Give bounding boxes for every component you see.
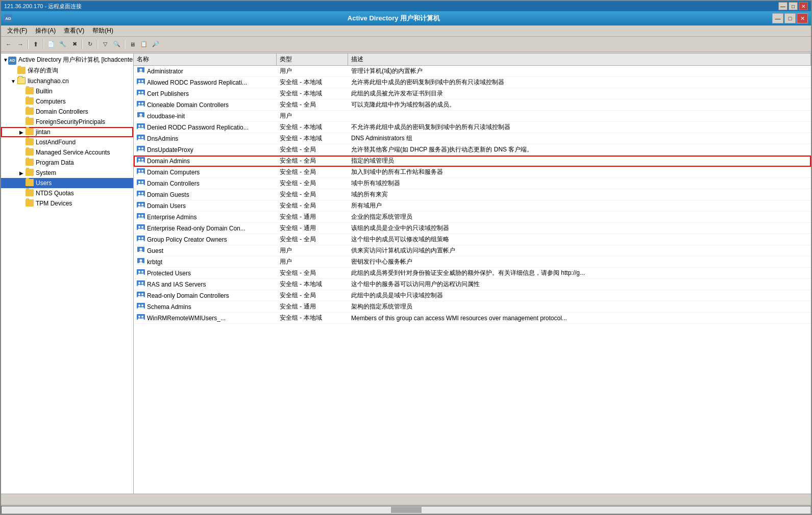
svg-point-48 [141,181,143,183]
rdp-close[interactable]: ✕ [799,2,808,10]
list-row-21[interactable]: Schema Admins安全组 - 通用架构的指定系统管理员 [134,301,811,313]
tb-new[interactable]: 📄 [45,39,57,50]
name-text-2: Cert Publishers [147,90,189,97]
tree-item-builtin[interactable]: Builtin [1,86,133,96]
tb-move[interactable]: 📋 [138,39,150,50]
list-row-8[interactable]: Domain Admins安全组 - 全局指定的域管理员 [134,156,811,167]
tb-back[interactable]: ← [3,39,14,50]
list-row-1[interactable]: Allowed RODC Password Replicati...安全组 - … [134,77,811,88]
list-row-6[interactable]: DnsAdmins安全组 - 本地域DNS Administrators 组 [134,133,811,144]
svg-point-28 [141,136,143,138]
svg-point-38 [141,159,143,161]
tb-connect[interactable]: 🖥 [127,39,138,50]
folder-icon-liuchanghao [17,77,26,84]
name-text-16: Guest [147,247,163,254]
svg-point-73 [141,237,143,239]
list-cell-type-1: 安全组 - 本地域 [277,77,348,88]
list-row-17[interactable]: krbtgt用户密钥发行中心服务帐户 [134,256,811,268]
expand-jintan[interactable]: ▶ [17,130,26,135]
list-row-18[interactable]: Protected Users安全组 - 全局此组的成员将受到针对身份验证安全威… [134,268,811,279]
list-row-0[interactable]: Administrator用户管理计算机(域)的内置帐户 [134,66,811,77]
name-text-18: Protected Users [147,270,191,277]
list-row-12[interactable]: Domain Users安全组 - 全局所有域用户 [134,200,811,212]
list-row-11[interactable]: Domain Guests安全组 - 全局域的所有来宾 [134,189,811,200]
close-btn[interactable]: ✕ [797,13,808,23]
col-header-desc[interactable]: 描述 [348,54,811,65]
list-cell-desc-12: 所有域用户 [348,200,811,211]
svg-point-9 [138,91,140,93]
col-header-type[interactable]: 类型 [277,54,348,65]
list-row-19[interactable]: RAS and IAS Servers安全组 - 本地域这个组中的服务器可以访问… [134,279,811,290]
name-text-17: krbtgt [147,259,162,266]
tree-item-domain-controllers[interactable]: Domain Controllers [1,107,133,117]
list-row-14[interactable]: Enterprise Read-only Domain Con...安全组 - … [134,223,811,234]
list-row-16[interactable]: Guest用户供来宾访问计算机或访问域的内置帐户 [134,245,811,256]
tb-filter[interactable]: ▽ [100,39,111,50]
list-cell-name-2: Cert Publishers [134,89,277,99]
tree-item-computers[interactable]: Computers [1,96,133,107]
tree-item-ntds-quotas[interactable]: NTDS Quotas [1,188,133,198]
tree-item-foreign-security[interactable]: ForeignSecurityPrincipals [1,117,133,127]
minimize-btn[interactable]: — [772,13,783,23]
list-row-2[interactable]: Cert Publishers安全组 - 本地域此组的成员被允许发布证书到目录 [134,88,811,99]
tree-item-managed-service[interactable]: Managed Service Accounts [1,147,133,158]
list-row-9[interactable]: Domain Computers安全组 - 全局加入到域中的所有工作站和服务器 [134,167,811,178]
name-text-3: Cloneable Domain Controllers [147,101,229,109]
list-row-15[interactable]: Group Policy Creator Owners安全组 - 全局这个组中的… [134,234,811,245]
tree-item-users[interactable]: Users [1,178,133,188]
list-cell-desc-15: 这个组中的成员可以修改域的组策略 [348,234,811,245]
svg-point-7 [141,83,144,85]
tree-item-liuchanghao[interactable]: ▼liuchanghao.cn [1,76,133,86]
tree-item-saved-queries[interactable]: 保存的查询 [1,65,133,76]
list-row-10[interactable]: Domain Controllers安全组 - 全局域中所有域控制器 [134,178,811,189]
horizontal-scrollbar[interactable] [1,506,811,514]
list-row-3[interactable]: Cloneable Domain Controllers安全组 - 全局可以克隆… [134,99,811,111]
svg-point-63 [141,215,143,217]
list-cell-type-10: 安全组 - 全局 [277,178,348,189]
col-header-name[interactable]: 名称 [134,54,277,65]
svg-point-27 [138,136,140,138]
list-cell-type-3: 安全组 - 全局 [277,99,348,110]
svg-point-78 [139,251,143,253]
tb-refresh[interactable]: ↻ [84,39,95,50]
list-row-7[interactable]: DnsUpdateProxy安全组 - 全局允许替其他客户端(如 DHCP 服务… [134,144,811,156]
rdp-minimize[interactable]: — [778,2,788,10]
menu-v[interactable]: 查看(V) [60,25,88,36]
list-cell-desc-19: 这个组中的服务器可以访问用户的远程访问属性 [348,279,811,290]
rdp-maximize[interactable]: □ [789,2,798,10]
list-cell-type-16: 用户 [277,245,348,256]
tree-item-tpm-devices[interactable]: TPM Devices [1,198,133,209]
expand-liuchanghao[interactable]: ▼ [9,79,17,84]
scroll-thumb[interactable] [391,507,422,513]
folder-icon-tpm-devices [26,199,34,207]
menu-h[interactable]: 帮助(H) [88,25,117,36]
tb-search[interactable]: 🔍 [111,39,122,50]
tree-item-system[interactable]: ▶System [1,168,133,178]
list-row-4[interactable]: cloudbase-init用户 [134,111,811,122]
tree-item-lost-found[interactable]: LostAndFound [1,137,133,147]
menu-f[interactable]: 文件(F) [3,25,31,36]
tb-properties[interactable]: 🔧 [57,39,68,50]
tb-forward[interactable]: → [15,39,26,50]
tb-sep3 [81,39,84,50]
list-cell-desc-21: 架构的指定系统管理员 [348,301,811,312]
tb-up[interactable]: ⬆ [30,39,41,50]
list-row-22[interactable]: WinRMRemoteWMIUsers_...安全组 - 本地域Members … [134,313,811,324]
tb-delete[interactable]: ✖ [69,39,80,50]
list-cell-type-0: 用户 [277,66,348,76]
list-row-13[interactable]: Enterprise Admins安全组 - 通用企业的指定系统管理员 [134,212,811,223]
tree-panel[interactable]: ▼ AD Active Directory 用户和计算机 [lchadcente… [1,54,134,494]
list-row-5[interactable]: Denied RODC Password Replicatio...安全组 - … [134,122,811,133]
tree-item-root[interactable]: ▼ AD Active Directory 用户和计算机 [lchadcente… [1,55,133,65]
expand-system[interactable]: ▶ [17,170,26,176]
list-cell-desc-4 [348,115,811,117]
tree-item-program-data[interactable]: Program Data [1,158,133,168]
name-text-19: RAS and IAS Servers [147,281,206,288]
tb-find[interactable]: 🔎 [150,39,161,50]
menu-a[interactable]: 操作(A) [31,25,60,36]
maximize-btn[interactable]: □ [784,13,796,23]
window-controls: — □ ✕ [772,13,808,23]
list-row-20[interactable]: Read-only Domain Controllers安全组 - 全局此组中的… [134,290,811,301]
tree-item-jintan[interactable]: ▶jintan [1,127,133,137]
name-text-9: Domain Computers [147,169,200,176]
